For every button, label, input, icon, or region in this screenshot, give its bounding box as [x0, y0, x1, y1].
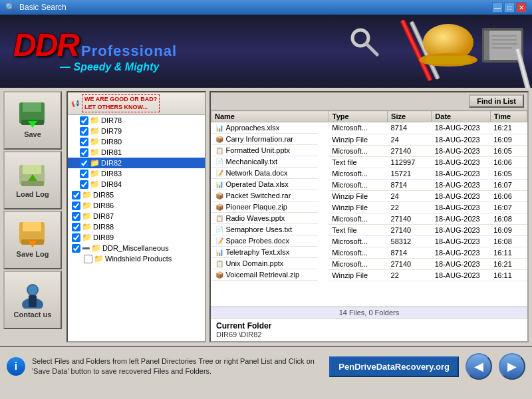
file-size: 27140 — [388, 213, 432, 224]
tree-toolbar: 📢 WE ARE GOOD OR BAD? LET OTHERS KNOW... — [68, 92, 205, 115]
file-table: Name Type Size Date Time 📊 Approaches.xl… — [211, 110, 527, 281]
table-row[interactable]: 📝 Network Data.docx Microsoft... 15721 1… — [211, 168, 527, 179]
tree-item[interactable]: 📁 DIR79 — [68, 126, 205, 136]
tree-scroll[interactable]: 📁 DIR78 📁 DIR79 📁 DIR80 📁 DIR81 — [68, 115, 205, 341]
save-label: Save — [24, 130, 41, 138]
col-header-type: Type — [329, 111, 387, 122]
tree-item[interactable]: 📁 DIR78 — [68, 115, 205, 126]
tree-item[interactable]: 📁 DIR87 — [68, 211, 205, 221]
tree-item[interactable]: 📁 DIR84 — [68, 179, 205, 190]
tree-item[interactable]: 📁 Windshield Products — [68, 253, 205, 264]
file-size: 22 — [388, 201, 432, 213]
file-type: Text file — [329, 156, 387, 168]
file-icon: 📄 — [215, 225, 224, 234]
tree-item[interactable]: 📁 DIR83 — [68, 168, 205, 179]
table-row[interactable]: 📊 Approaches.xlsx Microsoft... 8714 18-A… — [211, 122, 527, 134]
tree-item[interactable]: 📁 DIR80 — [68, 136, 205, 147]
file-list-panel: Find in List Name Type Size Date Time 📊 … — [209, 91, 529, 342]
brand-ddr: DDR — [13, 29, 78, 61]
table-row[interactable]: 📦 Voicemail Retrieval.zip Winzip File 22… — [211, 269, 527, 281]
tree-item[interactable]: 📁 DIR85 — [68, 190, 205, 200]
table-row[interactable]: 📦 Pioneer Plaque.zip Winzip File 22 18-A… — [211, 201, 527, 213]
file-date: 18-AUG-2023 — [432, 122, 490, 134]
tree-item[interactable]: 📁 DIR86 — [68, 200, 205, 211]
file-date: 18-AUG-2023 — [432, 247, 490, 258]
table-row[interactable]: 📄 Mechanically.txt Text file 112997 18-A… — [211, 156, 527, 168]
table-row[interactable]: 📋 Radio Waves.pptx Microsoft... 27140 18… — [211, 213, 527, 224]
window-controls[interactable]: — □ ✕ — [492, 2, 527, 13]
file-type: Microsoft... — [329, 145, 387, 156]
file-name: Approaches.xlsx — [226, 124, 280, 132]
table-row[interactable]: 📊 Teletraphy Text.xlsx Microsoft... 8714… — [211, 247, 527, 258]
file-type: Microsoft... — [329, 122, 387, 134]
svg-rect-9 — [484, 31, 489, 60]
file-date: 18-AUG-2023 — [432, 235, 490, 247]
file-date: 18-AUG-2023 — [432, 269, 490, 281]
bottom-bar: i Select Files and Folders from left Pan… — [0, 346, 532, 386]
file-icon: 📊 — [215, 247, 224, 257]
next-button[interactable]: ▶ — [499, 353, 525, 380]
tree-item-selected[interactable]: 📁 DIR82 — [68, 158, 205, 168]
file-date: 18-AUG-2023 — [432, 179, 490, 190]
file-icon: 📋 — [215, 259, 224, 268]
tree-item[interactable]: 📁 DIR89 — [68, 232, 205, 243]
find-in-list-button[interactable]: Find in List — [469, 94, 524, 108]
file-table-wrapper[interactable]: Name Type Size Date Time 📊 Approaches.xl… — [211, 110, 527, 307]
file-type: Winzip File — [329, 201, 387, 213]
file-icon: 📝 — [215, 168, 224, 178]
file-type: Microsoft... — [329, 258, 387, 269]
file-list-header: Find in List — [211, 92, 527, 110]
file-name: Network Data.docx — [226, 169, 288, 177]
tree-item[interactable]: 📁 DIR81 — [68, 147, 205, 158]
file-type: Microsoft... — [329, 213, 387, 224]
current-folder: Current Folder DIR69 \DIR82 — [211, 318, 527, 341]
close-button[interactable]: ✕ — [516, 2, 527, 13]
maximize-button[interactable]: □ — [504, 2, 515, 13]
file-icon: 📄 — [215, 157, 224, 166]
file-date: 18-AUG-2023 — [432, 145, 490, 156]
file-size: 8714 — [388, 122, 432, 134]
save-button[interactable]: Save — [3, 91, 62, 150]
file-name: Carry Information.rar — [226, 135, 293, 143]
file-time: 16:09 — [490, 134, 527, 145]
file-name: Packet Switched.rar — [226, 192, 291, 200]
file-time: 16:11 — [490, 247, 527, 258]
tree-item[interactable]: ➖ 📁 DDR_Miscellaneous — [68, 243, 205, 253]
file-date: 18-AUG-2023 — [432, 190, 490, 201]
contact-button[interactable]: Contact us — [3, 271, 62, 329]
table-row[interactable]: 📝 Space Probes.docx Microsoft... 58312 1… — [211, 235, 527, 247]
file-time: 16:07 — [490, 179, 527, 190]
save-log-label: Save Log — [17, 250, 49, 258]
main-content: Save Load Log — [0, 88, 532, 346]
table-row[interactable]: 📦 Carry Information.rar Winzip File 24 1… — [211, 134, 527, 145]
logo: DDR Professional — Speedy & Mighty — [13, 29, 177, 73]
website-button[interactable]: PenDriveDataRecovery.org — [329, 356, 459, 377]
info-icon: i — [7, 357, 25, 376]
prev-button[interactable]: ◀ — [466, 353, 492, 380]
table-row[interactable]: 📦 Packet Switched.rar Winzip File 24 18-… — [211, 190, 527, 201]
table-row[interactable]: 📋 Unix Domain.pptx Microsoft... 27140 18… — [211, 258, 527, 269]
file-date: 18-AUG-2023 — [432, 201, 490, 213]
tree-item[interactable]: 📁 DIR88 — [68, 221, 205, 232]
file-icon: 📦 — [215, 270, 224, 279]
file-date: 18-AUG-2023 — [432, 134, 490, 145]
file-name: Operated Data.xlsx — [226, 180, 289, 188]
file-size: 24 — [388, 134, 432, 145]
sidebar: Save Load Log — [3, 91, 63, 342]
col-header-size: Size — [388, 111, 432, 122]
file-size: 112997 — [388, 156, 432, 168]
file-type: Winzip File — [329, 134, 387, 145]
table-row[interactable]: 📄 Semaphore Uses.txt Text file 27140 18-… — [211, 224, 527, 235]
minimize-button[interactable]: — — [492, 2, 503, 13]
load-log-button[interactable]: Load Log — [3, 151, 62, 209]
svg-rect-6 — [426, 56, 471, 64]
file-type: Microsoft... — [329, 179, 387, 190]
save-log-button[interactable]: Save Log — [3, 211, 62, 269]
file-icon: 📦 — [215, 202, 224, 211]
col-header-time: Time — [490, 111, 527, 122]
file-type: Winzip File — [329, 269, 387, 281]
file-time: 16:07 — [490, 201, 527, 213]
table-row[interactable]: 📊 Operated Data.xlsx Microsoft... 8714 1… — [211, 179, 527, 190]
file-time: 16:11 — [490, 269, 527, 281]
table-row[interactable]: 📋 Formatted Unit.pptx Microsoft... 27140… — [211, 145, 527, 156]
